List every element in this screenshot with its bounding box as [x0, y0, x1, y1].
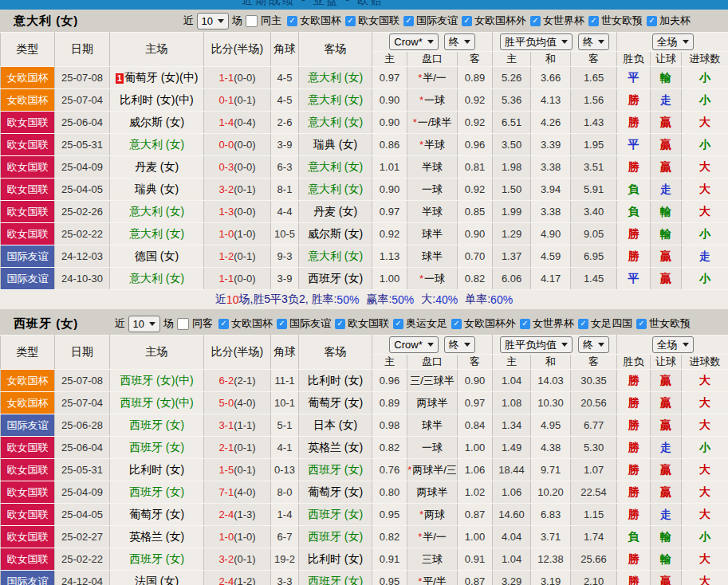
fulltime-score: 7-1 [218, 486, 234, 498]
fulltime-score: 5-0 [218, 397, 234, 409]
fulltime-score: 0-1 [218, 94, 234, 106]
team-title: 意大利 (女) [14, 14, 78, 29]
avg-state-select[interactable]: 终 [578, 33, 609, 50]
checkbox-checked-icon[interactable]: ✓ [588, 16, 599, 26]
check-icon: ✓ [405, 17, 411, 25]
home-odds: 1.00 [372, 268, 407, 290]
avg-win-odds: 18.44 [493, 459, 531, 481]
col-home: 主场 [110, 33, 204, 67]
odds-state-select[interactable]: 终 [444, 33, 475, 50]
check-icon: ✓ [347, 17, 353, 25]
league-filter-item[interactable]: ✓国际友谊 [277, 316, 332, 331]
match-date: 25-04-09 [55, 156, 110, 179]
checkbox-checked-icon[interactable]: ✓ [647, 16, 657, 26]
league-filter-item[interactable]: ✓女足四国 [578, 316, 633, 331]
league-filter-item[interactable]: ✓女欧国杯外 [462, 14, 527, 28]
odds-state-select[interactable]: 终 [444, 336, 475, 353]
handicap-cell: 半球 [407, 201, 458, 223]
result-goals: 大 [682, 504, 728, 526]
checkbox-checked-icon[interactable]: ✓ [530, 16, 541, 26]
fulltime-score: 0-0 [218, 139, 234, 151]
record-summary: 近10场,胜5平3负2, 胜率:50%赢率:50%大:40%单率:60% [0, 290, 728, 309]
match-row: 欧女国联 25-02-22 西班牙 (女) 3-2(0-1) 19-2 比利时 … [1, 548, 728, 571]
checkbox-checked-icon[interactable]: ✓ [335, 319, 345, 329]
match-row: 欧女国联 25-05-31 比利时 (女) 1-5(0-1) 0-13 西班牙 … [1, 459, 728, 481]
avg-state-select[interactable]: 终 [578, 336, 609, 353]
same-home-checkbox[interactable] [246, 15, 258, 27]
checkbox-checked-icon[interactable]: ✓ [345, 16, 356, 26]
league-filter-item[interactable]: ✓世女欧预 [636, 316, 691, 331]
odds-source-select[interactable]: Crow* [389, 336, 438, 353]
checkbox-checked-icon[interactable]: ✓ [403, 16, 414, 26]
checkbox-checked-icon[interactable]: ✓ [578, 319, 588, 329]
avg-draw-odds: 4.90 [531, 223, 571, 245]
score-cell: 2-1(0-1) [204, 437, 271, 459]
away-team-cell: 意大利 (女) [299, 89, 372, 112]
recent-count-select[interactable]: 10 [128, 316, 160, 332]
league-filter-item[interactable]: ✓女世界杯 [520, 316, 575, 331]
checkbox-checked-icon[interactable]: ✓ [287, 16, 297, 26]
result-handicap: 贏 [651, 156, 682, 179]
league-filter-item[interactable]: ✓奥运女足 [393, 316, 448, 331]
league-type-badge: 国际友谊 [1, 414, 55, 437]
check-icon: ✓ [289, 17, 295, 25]
col-result-handicap: 让球 [651, 355, 682, 370]
checkbox-checked-icon[interactable]: ✓ [462, 16, 472, 26]
avg-draw-odds: 4.26 [531, 112, 571, 134]
chevron-down-icon [683, 40, 689, 44]
scope-select[interactable]: 全场 [652, 336, 694, 353]
handicap-line: 一/球半 [418, 116, 452, 128]
league-filter-item[interactable]: ✓女欧国杯外 [451, 316, 517, 331]
checkbox-checked-icon[interactable]: ✓ [636, 319, 647, 329]
avg-draw-odds: 14.03 [531, 370, 571, 392]
league-filter-item[interactable]: ✓世女欧预 [588, 14, 643, 28]
league-filter-item[interactable]: ✓女欧国杯 [287, 14, 342, 28]
score-cell: 1-3(0-0) [204, 201, 271, 223]
odds-source-select[interactable]: Crow* [389, 33, 438, 50]
avg-draw-odds: 4.59 [531, 245, 571, 268]
handicap-line: 球半 [422, 419, 443, 431]
match-date: 25-04-05 [55, 179, 110, 201]
home-odds: 0.96 [372, 370, 407, 392]
league-filter-item[interactable]: ✓国际友谊 [403, 14, 458, 28]
avg-win-odds: 5.36 [493, 89, 531, 112]
home-team-name: 意大利 (女) [129, 138, 184, 151]
league-filter-item[interactable]: ✓欧女国联 [335, 316, 390, 331]
checkbox-checked-icon[interactable]: ✓ [277, 319, 287, 329]
away-odds: 1.00 [458, 437, 493, 459]
avg-odds-select[interactable]: 胜平负均值 [500, 336, 573, 353]
checkbox-checked-icon[interactable]: ✓ [218, 319, 229, 329]
handicap-cell: 两球半 [407, 481, 458, 504]
corners-cell: 10-1 [271, 392, 299, 414]
score-cell: 2-4(1-2) [204, 571, 271, 585]
home-team-name: 意大利 (女) [129, 205, 184, 218]
result-handicap: 贏 [651, 459, 682, 481]
league-filter-item[interactable]: ✓欧女国联 [345, 14, 400, 28]
league-filter-item[interactable]: ✓女世界杯 [530, 14, 585, 28]
fulltime-score: 1-0 [218, 228, 234, 240]
recent-count-select[interactable]: 10 [197, 13, 229, 29]
home-team-name: 瑞典 (女) [135, 183, 179, 195]
home-odds: 0.82 [372, 437, 407, 459]
result-goals: 小 [682, 89, 728, 112]
halftime-score: (0-0) [234, 273, 255, 285]
league-filter-item[interactable]: ✓女欧国杯 [218, 316, 273, 331]
away-team-cell: 西班牙 (女) [299, 268, 372, 290]
result-goals: 大 [682, 414, 728, 437]
result-wdl: 勝 [617, 370, 651, 392]
fulltime-score: 3-1 [218, 419, 234, 431]
handicap-line: 一球 [422, 442, 443, 453]
scope-select[interactable]: 全场 [652, 33, 694, 50]
league-type-badge: 女欧国杯 [1, 67, 55, 89]
avg-odds-select[interactable]: 胜平负均值 [500, 33, 573, 50]
away-odds: 1.06 [458, 459, 493, 481]
halftime-score: (0-1) [234, 464, 255, 476]
league-filter-item[interactable]: ✓加夫杯 [647, 14, 691, 28]
checkbox-checked-icon[interactable]: ✓ [451, 319, 462, 329]
checkbox-checked-icon[interactable]: ✓ [393, 319, 403, 329]
match-row: 国际友谊 25-06-28 西班牙 (女) 3-1(1-1) 5-1 日本 (女… [1, 414, 728, 437]
checkbox-checked-icon[interactable]: ✓ [520, 319, 530, 329]
avg-draw-odds: 10.30 [531, 392, 571, 414]
score-cell: 1-0(1-0) [204, 526, 271, 548]
same-away-checkbox[interactable] [177, 318, 189, 330]
